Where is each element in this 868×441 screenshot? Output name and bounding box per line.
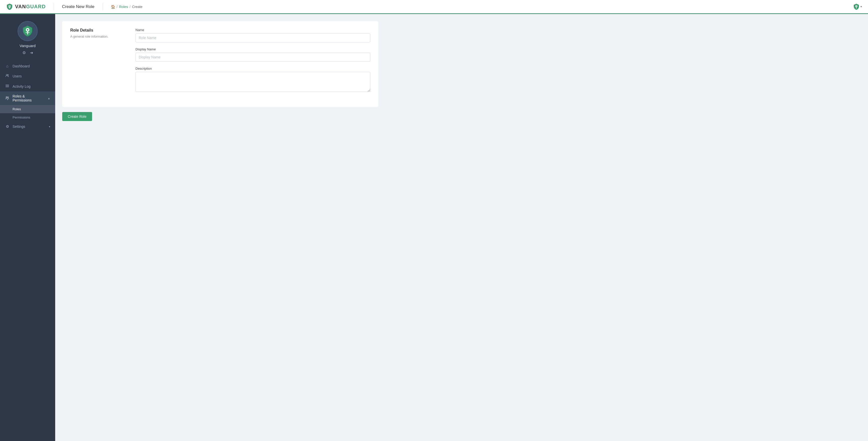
create-role-button[interactable]: Create Role (62, 112, 92, 121)
sidebar-item-users[interactable]: Users (0, 71, 55, 81)
display-name-input[interactable] (135, 53, 370, 62)
navbar-divider (54, 3, 54, 10)
sidebar-item-activity-log[interactable]: Activity Log (0, 81, 55, 92)
display-name-label: Display Name (135, 47, 370, 51)
sidebar-item-roles-permissions[interactable]: Roles & Permissions ▲ (0, 92, 55, 105)
sidebar-users-label: Users (12, 74, 22, 78)
svg-point-6 (7, 97, 8, 98)
sidebar-roles-label: Roles & Permissions (12, 94, 45, 102)
breadcrumb: 🏠 / Roles / Create (111, 5, 143, 9)
svg-point-5 (6, 97, 7, 98)
settings-nav-icon: ⚙ (5, 124, 9, 129)
breadcrumb-current: Create (132, 5, 143, 9)
form-section: Role Details A general role information.… (70, 28, 370, 98)
name-input[interactable] (135, 33, 370, 42)
roles-chevron-icon: ▲ (48, 97, 50, 100)
form-section-left: Role Details A general role information. (70, 28, 125, 98)
user-menu-button[interactable]: ▾ (853, 2, 862, 11)
main-layout: Vanguard ⚙ ➜ ⌂ Dashboard (0, 14, 868, 441)
sidebar-item-dashboard[interactable]: ⌂ Dashboard (0, 61, 55, 71)
content-card: Role Details A general role information.… (62, 21, 378, 107)
sidebar-activity-log-label: Activity Log (12, 84, 31, 89)
page-title: Create New Role (62, 4, 94, 9)
avatar (18, 21, 38, 41)
navbar: VANGUARD Create New Role 🏠 / Roles / Cre… (0, 0, 868, 14)
name-form-group: Name (135, 28, 370, 42)
settings-chevron-icon: ▾ (49, 125, 50, 128)
sidebar-roles-sub-label: Roles (12, 107, 21, 111)
description-textarea[interactable] (135, 72, 370, 92)
sidebar: Vanguard ⚙ ➜ ⌂ Dashboard (0, 14, 55, 441)
user-dropdown-arrow: ▾ (861, 5, 862, 8)
form-section-desc: A general role information. (70, 35, 125, 38)
activity-log-icon (5, 84, 9, 89)
home-icon: ⌂ (5, 64, 9, 68)
form-section-title: Role Details (70, 28, 125, 33)
name-label: Name (135, 28, 370, 32)
sidebar-permissions-sub-label: Permissions (12, 115, 30, 119)
roles-icon (5, 96, 9, 101)
sidebar-nav: ⌂ Dashboard Users (0, 59, 55, 441)
brand-text: VANGUARD (15, 4, 46, 9)
svg-point-1 (7, 74, 8, 75)
main-content: Role Details A general role information.… (55, 14, 868, 441)
breadcrumb-sep-2: / (129, 5, 130, 9)
sidebar-sub-item-permissions[interactable]: Permissions (0, 113, 55, 122)
form-section-right: Name Display Name Description (135, 28, 370, 98)
sidebar-item-label: Dashboard (12, 64, 30, 68)
sidebar-item-settings[interactable]: ⚙ Settings ▾ (0, 122, 55, 132)
users-icon (5, 74, 9, 78)
svg-rect-2 (5, 85, 9, 85)
sidebar-settings-label: Settings (12, 125, 25, 129)
sidebar-profile: Vanguard ⚙ ➜ (0, 14, 55, 59)
description-form-group: Description (135, 67, 370, 93)
description-label: Description (135, 67, 370, 70)
logout-icon[interactable]: ➜ (30, 50, 33, 55)
settings-icon[interactable]: ⚙ (22, 50, 26, 55)
navbar-shield-icon (853, 3, 860, 10)
breadcrumb-home[interactable]: 🏠 (111, 5, 115, 9)
sidebar-username: Vanguard (20, 44, 36, 48)
breadcrumb-roles[interactable]: Roles (119, 5, 128, 9)
svg-point-0 (6, 74, 7, 76)
svg-rect-3 (5, 86, 9, 86)
svg-rect-4 (5, 87, 9, 87)
brand-logo[interactable]: VANGUARD (6, 3, 46, 10)
sidebar-sub-item-roles[interactable]: Roles (0, 105, 55, 113)
display-name-form-group: Display Name (135, 47, 370, 62)
avatar-shield-icon (21, 25, 34, 37)
shield-logo-icon (6, 3, 13, 10)
breadcrumb-sep-1: / (117, 5, 118, 9)
